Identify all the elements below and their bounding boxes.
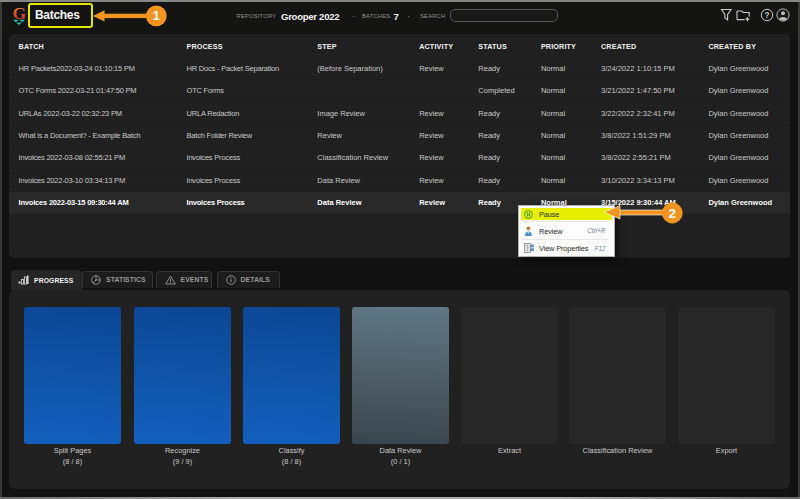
svg-text:1: 1 bbox=[153, 8, 161, 23]
svg-text:?: ? bbox=[764, 11, 769, 20]
svg-text:2: 2 bbox=[669, 206, 677, 221]
